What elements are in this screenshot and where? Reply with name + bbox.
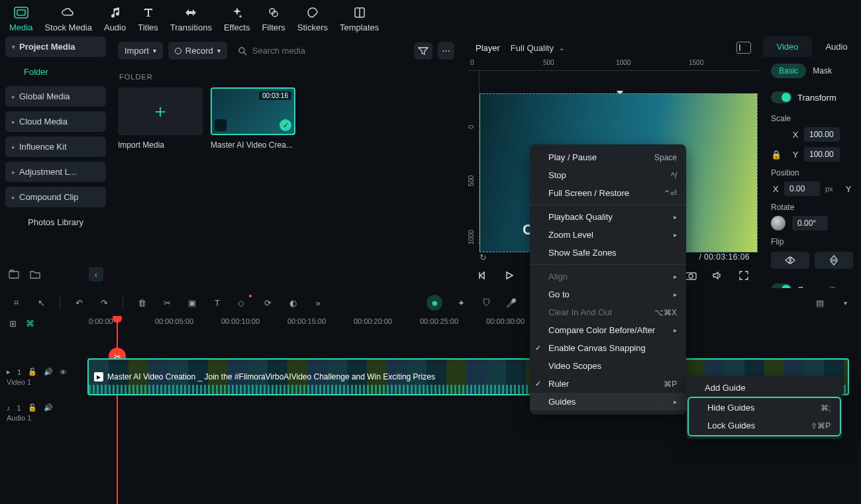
flip-vertical-button[interactable]: [815, 252, 853, 269]
sidebar-compound-clip[interactable]: ▸Compound Clip: [5, 187, 106, 207]
plus-icon: ＋: [151, 99, 170, 124]
menu-fullscreen[interactable]: Full Screen / Restore⌃⏎: [530, 184, 686, 202]
pointer-icon[interactable]: ↖: [34, 296, 48, 309]
play-button[interactable]: [503, 270, 515, 281]
gear-icon[interactable]: ✦: [454, 296, 468, 309]
transition-icon: [183, 5, 198, 20]
flip-label: Flip: [763, 233, 861, 248]
submenu-hide-guides[interactable]: Hide Guides⌘;: [689, 399, 840, 417]
keyframe-icon[interactable]: ◇: [236, 296, 249, 309]
tab-transitions[interactable]: Transitions: [170, 5, 212, 32]
menu-zoom-level[interactable]: Zoom Level▸: [530, 226, 686, 244]
chevron-down-icon[interactable]: ▾: [838, 296, 852, 309]
more-button[interactable]: ⋯: [438, 42, 454, 60]
transform-toggle[interactable]: [771, 91, 792, 103]
menu-snapping[interactable]: ✓Enable Canvas Snapping: [530, 339, 686, 357]
ai-icon[interactable]: ☻: [427, 295, 442, 311]
compositing-toggle[interactable]: [771, 283, 792, 288]
sidebar-project-media[interactable]: ▾Project Media: [5, 36, 106, 57]
scale-x-field[interactable]: 100.00: [804, 127, 840, 142]
rotate-dial[interactable]: [771, 216, 785, 230]
fullscreen-icon[interactable]: [738, 270, 750, 281]
sidebar-influence-kit[interactable]: ▸Influence Kit: [5, 136, 106, 157]
tab-stock-media[interactable]: Stock Media: [44, 5, 92, 32]
add-track-icon[interactable]: ⊞: [9, 319, 17, 328]
submenu-lock-guides[interactable]: Lock Guides⇧⌘P: [689, 417, 840, 434]
lock-icon[interactable]: 🔒: [771, 150, 787, 160]
sidebar-adjustment-layer[interactable]: ▸Adjustment L...: [5, 162, 106, 182]
flip-horizontal-button[interactable]: [771, 252, 809, 269]
record-button[interactable]: Record▾: [168, 42, 227, 60]
subtab-basic[interactable]: Basic: [771, 64, 806, 78]
mic-icon[interactable]: 🎤: [505, 296, 518, 309]
camera-icon[interactable]: [685, 270, 697, 281]
view-mode-icon[interactable]: ▤: [813, 296, 827, 309]
chevron-right-icon: ▸: [12, 93, 15, 100]
menu-stop[interactable]: Stop^/: [530, 166, 686, 184]
menu-playback-quality[interactable]: Playback Quality▸: [530, 208, 686, 226]
scissors-icon[interactable]: ✂: [160, 296, 174, 309]
ruler-vertical: 05001000: [468, 71, 480, 244]
sidebar-cloud-media[interactable]: ▸Cloud Media: [5, 111, 106, 132]
text-tool-icon[interactable]: T: [211, 296, 224, 309]
tab-effects[interactable]: Effects: [224, 5, 250, 32]
tab-filters[interactable]: Filters: [262, 5, 285, 32]
tab-titles[interactable]: Titles: [138, 5, 158, 32]
tab-audio[interactable]: Audio: [104, 5, 126, 32]
scale-y-field[interactable]: 100.00: [804, 147, 840, 162]
menu-compare-color[interactable]: Compare Color Before/After▸: [530, 321, 686, 339]
tab-templates[interactable]: Templates: [340, 5, 379, 32]
media-clip-tile[interactable]: 00:03:16 ✓ Master AI Video Crea...: [211, 87, 295, 150]
media-icon: [14, 5, 28, 20]
timeline-ruler[interactable]: 0:00:00 00:00:05:00 00:00:10:00 00:00:15…: [0, 317, 861, 325]
search-input[interactable]: [252, 46, 358, 56]
collapse-sidebar-button[interactable]: ‹: [89, 267, 103, 281]
import-media-tile[interactable]: ＋ Import Media: [118, 87, 203, 150]
menu-ruler[interactable]: ✓Ruler⌘P: [530, 375, 686, 393]
sidebar-folder[interactable]: Folder: [5, 62, 106, 86]
sidebar-photos-library[interactable]: Photos Library: [5, 212, 106, 232]
color-icon[interactable]: ◐: [286, 296, 299, 309]
svg-point-10: [689, 274, 693, 278]
shield-icon[interactable]: ⛉: [480, 296, 493, 309]
filter-button[interactable]: [414, 42, 432, 60]
link-icon[interactable]: ⌘: [26, 319, 34, 328]
mute-track-icon[interactable]: 🔊: [44, 403, 53, 412]
pos-x-field[interactable]: 0.00: [784, 181, 820, 196]
tab-media[interactable]: Media: [9, 5, 32, 32]
rotate-field[interactable]: 0.00°: [792, 216, 828, 230]
menu-safe-zones[interactable]: Show Safe Zones: [530, 244, 686, 262]
menu-guides[interactable]: Guides▸: [530, 393, 686, 411]
magnet-icon[interactable]: ⌗: [9, 296, 23, 309]
menu-goto[interactable]: Go to▸: [530, 285, 686, 303]
chevron-down-icon: ▾: [153, 47, 156, 54]
loop-icon[interactable]: ↻: [477, 251, 489, 263]
speed-icon[interactable]: ⟳: [261, 296, 274, 309]
new-bin-icon[interactable]: [8, 268, 20, 280]
mute-track-icon[interactable]: 🔊: [44, 368, 53, 376]
folder-icon[interactable]: [29, 268, 41, 280]
redo-icon[interactable]: ↷: [97, 296, 111, 309]
inspector-tab-audio[interactable]: Audio: [812, 36, 861, 57]
sidebar-global-media[interactable]: ▸Global Media: [5, 86, 106, 107]
import-button[interactable]: Import▾: [118, 42, 163, 60]
inspector-tab-video[interactable]: Video: [763, 36, 812, 57]
prev-frame-button[interactable]: [477, 270, 489, 281]
submenu-add-guide[interactable]: Add Guide: [686, 379, 842, 397]
subtab-mask[interactable]: Mask: [813, 64, 832, 78]
more-tools-icon[interactable]: »: [311, 296, 325, 309]
lock-track-icon[interactable]: 🔓: [28, 368, 37, 376]
volume-icon[interactable]: [711, 270, 723, 281]
tab-stickers[interactable]: Stickers: [297, 5, 328, 32]
snapshot-icon[interactable]: [736, 42, 751, 54]
undo-icon[interactable]: ↶: [72, 296, 85, 309]
menu-play-pause[interactable]: Play / PauseSpace: [530, 148, 686, 166]
crop-icon[interactable]: ▣: [185, 296, 199, 309]
inspector-panel: Video Audio Basic Mask Transform Scale X…: [763, 36, 861, 288]
menu-video-scopes[interactable]: Video Scopes: [530, 357, 686, 375]
quality-dropdown[interactable]: Full Quality⌄: [511, 43, 564, 53]
lock-track-icon[interactable]: 🔓: [28, 403, 37, 412]
sticker-icon: [305, 5, 320, 20]
delete-icon[interactable]: 🗑: [135, 296, 148, 309]
visibility-icon[interactable]: 👁: [60, 368, 67, 376]
